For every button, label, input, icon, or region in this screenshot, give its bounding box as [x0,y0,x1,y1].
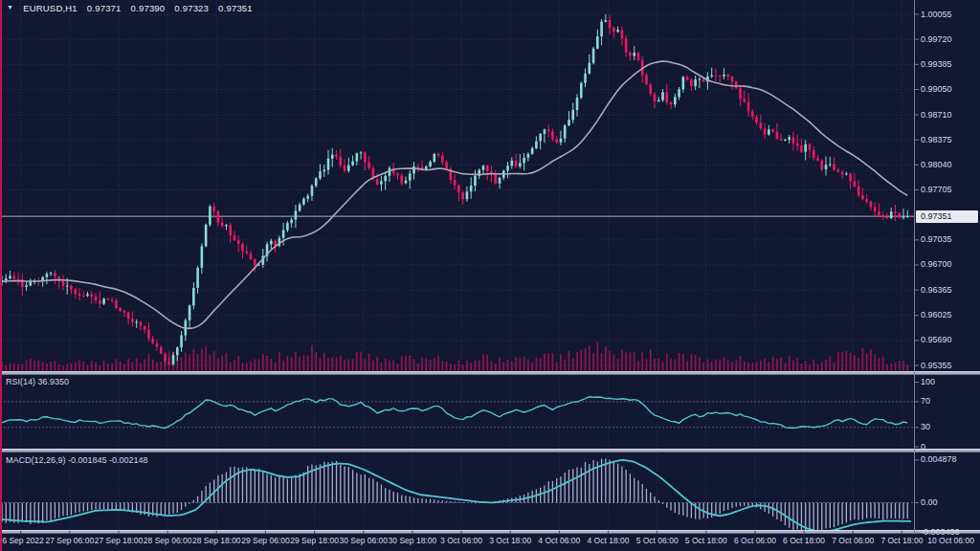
volume-bar [523,357,525,370]
time-tick-label: 3 Oct 18:00 [489,536,531,545]
time-tick-label: 4 Oct 18:00 [588,536,630,545]
volume-bar [862,348,864,371]
rsi-tick-label: 100 [921,377,935,386]
candle-body [282,230,285,237]
candle-body [743,99,746,101]
rsi-indicator-label: RSI(14) 36.9350 [6,377,69,386]
candle-body [107,298,110,299]
volume-bar [356,351,358,370]
volume-bar [385,359,387,371]
candle-body [115,300,118,308]
candle-body [396,173,399,175]
volume-bar [38,360,40,370]
ohlc-open-value: 0.97371 [87,3,122,13]
candle-body [335,155,338,157]
volume-bar [189,355,190,371]
candle-body [144,326,146,330]
candle-body [870,202,873,208]
candle-body [560,139,563,143]
volume-bar [825,360,827,370]
time-axis[interactable]: 26 Sep 202227 Sep 06:0027 Sep 18:0028 Se… [0,536,980,549]
volume-bar [307,355,309,370]
volume-bar [470,363,472,370]
volume-bar [42,362,44,370]
volume-bar [111,363,113,370]
volume-bar [376,357,378,370]
volume-bar [605,346,607,370]
candle-body [547,130,550,132]
volume-bar [278,352,280,370]
candle-body [809,144,812,150]
volume-bar [368,354,370,371]
candle-body [50,273,53,274]
volume-bar [805,361,807,370]
macd-indicator-label: MACD(12,26,9) -0.001845 -0.002148 [6,455,148,465]
candle-body [739,88,742,99]
indicator-axis: 100703000.0048780.00-0.003436 [921,0,980,551]
volume-bar [670,358,672,370]
candle-body [299,205,301,211]
candle-body [755,117,758,122]
volume-bar [434,358,435,370]
candle-body [302,199,305,205]
candle-body [609,20,612,28]
volume-bar [409,356,411,371]
volume-bar [446,362,448,371]
volume-bar [5,364,7,370]
candle-body [771,129,774,131]
candle-body [172,355,175,364]
volume-bar [152,360,154,371]
candle-body [665,92,668,102]
candle-body [715,76,718,77]
candle-body [25,285,28,287]
candle-body [95,297,98,300]
volume-bar [630,352,632,370]
candle-body [250,253,253,259]
volume-bar [813,360,814,371]
candle-body [457,186,460,193]
volume-bar [609,351,611,371]
volume-bar [282,361,284,371]
volume-bar [13,364,15,370]
candle-body [482,165,485,170]
volume-bar [801,364,803,370]
candle-body [670,102,673,104]
candle-body [327,159,330,170]
volume-bar [458,360,460,370]
volume-bar [201,348,203,370]
volume-bar [258,359,260,370]
candle-body [820,161,823,170]
volume-bar [796,358,798,371]
candle-body [344,165,346,171]
volume-bar [100,365,101,370]
volume-bar [625,352,627,370]
time-tick-label: 3 Oct 06:00 [440,536,482,545]
volume-bar [792,361,794,371]
candle-body [360,152,363,153]
candle-body [454,180,457,186]
volume-bar [213,351,215,370]
symbol-dropdown-icon[interactable]: ▼ [7,3,13,13]
candle-body [156,343,159,347]
volume-bar [401,356,403,370]
candle-body [780,139,783,141]
time-tick-label: 10 Oct 06:00 [927,536,974,545]
candle-body [201,246,204,268]
volume-bar [116,359,118,370]
candle-body [751,111,754,116]
chart-canvas[interactable] [0,0,980,551]
volume-bar [617,359,619,370]
volume-bar [715,360,717,371]
candle-body [441,156,444,163]
volume-bar [482,354,484,370]
ohlc-high-value: 0.97390 [131,3,166,13]
candle-body [229,225,232,235]
time-tick-label: 28 Sep 06:00 [144,536,192,545]
volume-bar [299,357,301,370]
volume-bar [217,358,219,370]
volume-bar [462,364,464,371]
volume-bar [507,360,509,371]
volume-bar [592,353,594,371]
volume-bar [740,356,742,371]
candle-body [209,207,212,225]
